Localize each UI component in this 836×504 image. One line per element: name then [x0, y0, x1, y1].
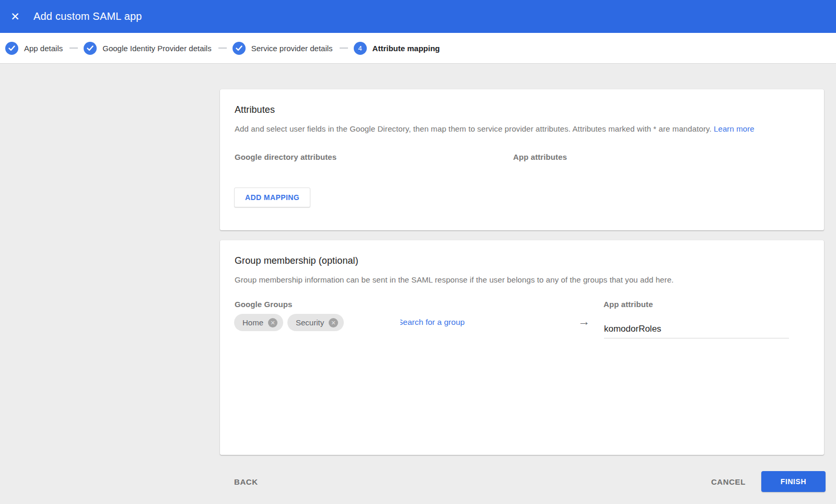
- attributes-card-title: Attributes: [235, 104, 275, 115]
- check-icon: [8, 45, 15, 51]
- attributes-card: Attributes Add and select user fields in…: [220, 89, 824, 230]
- chip-remove-icon[interactable]: ✕: [329, 318, 338, 327]
- arrow-right-icon: →: [578, 314, 590, 329]
- step-connector: [69, 48, 78, 49]
- search-group-input[interactable]: Search for a group: [400, 318, 465, 329]
- step-connector: [340, 48, 348, 49]
- app-attribute-value: komodorRoles: [604, 324, 661, 334]
- check-icon: [87, 45, 94, 51]
- attributes-card-description: Add and select user fields in the Google…: [235, 124, 754, 133]
- dialog-title: Add custom SAML app: [33, 10, 142, 22]
- cancel-button[interactable]: CANCEL: [711, 477, 746, 486]
- dialog-header: ✕ Add custom SAML app: [0, 0, 836, 33]
- step-label: Service provider details: [251, 44, 333, 53]
- check-icon: [236, 45, 242, 51]
- step-label: Attribute mapping: [373, 44, 440, 53]
- group-membership-card: Group membership (optional) Group member…: [220, 240, 824, 455]
- learn-more-link[interactable]: Learn more: [714, 124, 754, 133]
- step-complete-circle: [84, 42, 97, 55]
- group-chip-security[interactable]: Security ✕: [287, 314, 344, 331]
- step-service-provider-details[interactable]: Service provider details: [233, 42, 333, 55]
- step-number: 4: [358, 44, 362, 52]
- app-attribute-input[interactable]: komodorRoles: [604, 320, 789, 338]
- step-connector: [218, 48, 227, 49]
- step-app-details[interactable]: App details: [5, 42, 63, 55]
- wizard-stepper: App details Google Identity Provider det…: [0, 33, 836, 64]
- google-groups-chips: Home ✕ Security ✕: [234, 314, 344, 331]
- finish-button[interactable]: FINISH: [761, 471, 826, 492]
- close-icon[interactable]: ✕: [9, 10, 21, 23]
- step-attribute-mapping[interactable]: 4 Attribute mapping: [354, 42, 440, 55]
- search-group-text: Search for a group: [400, 318, 465, 327]
- step-complete-circle: [233, 42, 246, 55]
- group-card-title: Group membership (optional): [235, 255, 358, 266]
- add-mapping-button[interactable]: ADD MAPPING: [234, 187, 310, 207]
- step-label: App details: [24, 44, 63, 53]
- chip-label: Home: [242, 318, 263, 327]
- step-label: Google Identity Provider details: [102, 44, 211, 53]
- step-number-circle: 4: [354, 42, 367, 55]
- step-google-idp-details[interactable]: Google Identity Provider details: [84, 42, 211, 55]
- chip-remove-icon[interactable]: ✕: [268, 318, 277, 327]
- app-attribute-label: App attribute: [603, 300, 653, 309]
- footer-actions: CANCEL FINISH: [711, 471, 826, 492]
- chip-label: Security: [296, 318, 324, 327]
- group-chip-home[interactable]: Home ✕: [234, 314, 283, 331]
- description-text: Add and select user fields in the Google…: [235, 124, 714, 133]
- back-button[interactable]: BACK: [234, 471, 258, 492]
- group-card-description: Group membership information can be sent…: [235, 275, 674, 284]
- column-header-google-directory-attributes: Google directory attributes: [235, 153, 336, 161]
- step-complete-circle: [5, 42, 18, 55]
- column-header-app-attributes: App attributes: [513, 153, 567, 161]
- google-groups-label: Google Groups: [235, 300, 292, 309]
